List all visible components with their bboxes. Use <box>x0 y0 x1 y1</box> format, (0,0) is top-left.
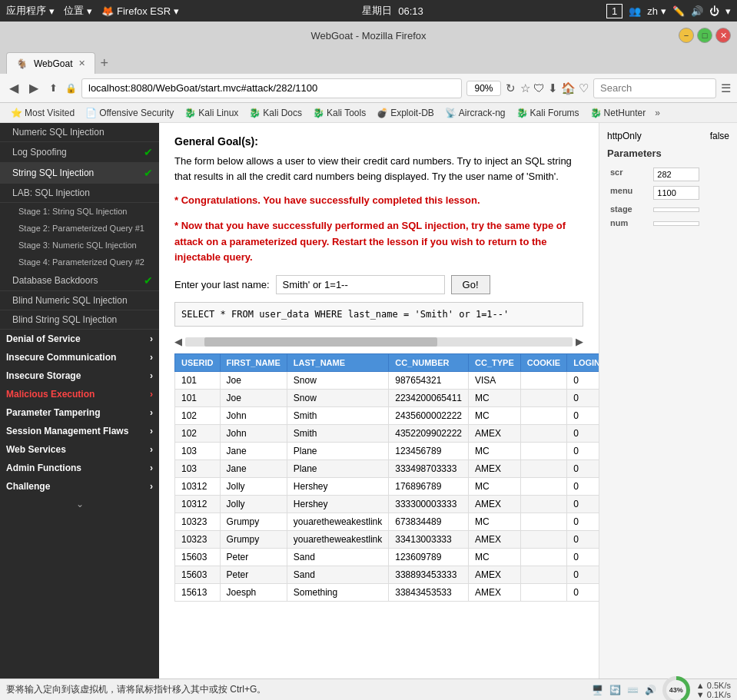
sidebar-sub-stage4[interactable]: Stage 4: Parameterized Query #2 <box>0 254 159 270</box>
taskbar: 应用程序 ▾ 位置 ▾ 🦊 Firefox ESR ▾ 星期日 06:13 1 … <box>0 0 737 22</box>
bookmark-kali-tools[interactable]: 🐉 Kali Tools <box>308 106 370 120</box>
sidebar-item-string-sql[interactable]: String SQL Injection ✔ <box>0 163 159 184</box>
sidebar-item-numeric-sql[interactable]: Numeric SQL Injection <box>0 123 159 142</box>
content-area: General Goal(s): The form below allows a… <box>159 123 599 678</box>
sidebar-item-db-backdoors[interactable]: Database Backdoors ✔ <box>0 270 159 291</box>
chevron-right-icon: › <box>150 333 153 344</box>
progress-circle: 43% <box>662 676 690 701</box>
speed-down: ▼ 0.1K/s <box>696 690 731 699</box>
sidebar-scroll-down[interactable]: ⌄ <box>0 496 159 513</box>
bookmark-nethunter[interactable]: 🐉 NetHunter <box>586 106 651 120</box>
col-cc-number: CC_NUMBER <box>389 354 469 372</box>
main-layout: Numeric SQL Injection Log Spoofing ✔ Str… <box>0 123 737 678</box>
refresh-button[interactable]: ↻ <box>506 81 516 95</box>
sidebar-sub-stage1[interactable]: Stage 1: String SQL Injection <box>0 203 159 220</box>
input-label: Enter your last name: <box>174 279 270 290</box>
section-label: Denial of Service <box>6 333 81 344</box>
tab-close-button[interactable]: ✕ <box>78 58 85 68</box>
home-nav-button[interactable]: 🏠 <box>561 81 576 95</box>
bookmark-kali-linux[interactable]: 🐉 Kali Linux <box>180 106 243 120</box>
browser-label: Firefox ESR <box>117 5 171 17</box>
time-label: 06:13 <box>398 5 423 17</box>
day-label: 星期日 <box>362 4 392 18</box>
sidebar-item-blind-string[interactable]: Blind String SQL Injection <box>0 310 159 330</box>
taskbar-center: 星期日 06:13 <box>362 4 423 18</box>
sidebar-section-insecure-comm[interactable]: Insecure Communication › <box>0 348 159 367</box>
bookmarks-more[interactable]: » <box>652 106 663 120</box>
param-row: scr282 <box>607 165 729 184</box>
power-arrow: ▾ <box>725 5 731 17</box>
scroll-right-icon[interactable]: ▶ <box>576 336 583 347</box>
apps-arrow: ▾ <box>49 5 55 17</box>
home-button[interactable]: ⬆ <box>46 81 61 95</box>
places-label: 位置 <box>64 4 84 18</box>
menu-button[interactable]: ☰ <box>721 81 731 95</box>
sidebar-item-log-spoofing[interactable]: Log Spoofing ✔ <box>0 142 159 163</box>
speed-info: ▲ 0.5K/s ▼ 0.1K/s <box>696 681 731 699</box>
bookmark-star-button[interactable]: ☆ <box>520 81 530 95</box>
search-input[interactable] <box>593 78 716 98</box>
table-row: 103JanePlane333498703333AMEX0 <box>175 460 599 478</box>
table-row: 102JohnSmith2435600002222MC0 <box>175 407 599 425</box>
lang-btn[interactable]: zh ▾ <box>647 5 666 17</box>
tab-webgoat[interactable]: 🐐 WebGoat ✕ <box>6 52 95 74</box>
browser-arrow: ▾ <box>174 5 179 17</box>
apps-menu[interactable]: 应用程序 ▾ <box>6 4 55 18</box>
last-name-input[interactable] <box>276 275 445 294</box>
network-icon2: 🔄 <box>609 685 621 695</box>
maximize-button[interactable]: □ <box>697 28 712 43</box>
section-label: Malicious Execution <box>6 389 95 400</box>
url-input[interactable] <box>81 78 462 98</box>
browser-title: WebGoat - Mozilla Firefox <box>310 30 426 41</box>
scroll-container: ◀ ▶ <box>174 336 583 347</box>
sidebar-section-challenge[interactable]: Challenge › <box>0 477 159 496</box>
httponly-value: false <box>710 131 729 141</box>
scroll-track <box>185 337 573 347</box>
chevron-right-icon: › <box>150 463 153 473</box>
bookmark-aircrack[interactable]: 📡 Aircrack-ng <box>440 106 510 120</box>
section-label: Admin Functions <box>6 463 81 473</box>
bookmark-kali-docs[interactable]: 🐉 Kali Docs <box>244 106 307 120</box>
close-button[interactable]: ✕ <box>715 28 731 43</box>
places-menu[interactable]: 位置 ▾ <box>64 4 92 18</box>
go-button[interactable]: Go! <box>451 275 490 294</box>
sidebar-section-malicious[interactable]: Malicious Execution › <box>0 385 159 403</box>
chevron-right-icon: › <box>150 370 153 381</box>
back-button[interactable]: ◀ <box>6 79 22 97</box>
volume-icon: 🔊 <box>691 5 703 17</box>
sidebar-sub-stage3[interactable]: Stage 3: Numeric SQL Injection <box>0 237 159 254</box>
bookmark-offensive-security[interactable]: 📄 Offensive Security <box>81 106 178 120</box>
forward-button[interactable]: ▶ <box>26 79 41 97</box>
sync-button[interactable]: ♡ <box>579 81 589 95</box>
sidebar-sub-stage2[interactable]: Stage 2: Parameterized Query #1 <box>0 220 159 237</box>
new-tab-button[interactable]: + <box>95 52 113 74</box>
sidebar-section-denial[interactable]: Denial of Service › <box>0 330 159 348</box>
sidebar-item-lab-sql[interactable]: LAB: SQL Injection <box>0 184 159 203</box>
sidebar-label: Database Backdoors <box>12 275 98 286</box>
sidebar-section-admin[interactable]: Admin Functions › <box>0 459 159 477</box>
bookmark-most-visited[interactable]: ⭐ Most Visited <box>6 106 79 120</box>
col-first-name: FIRST_NAME <box>220 354 287 372</box>
col-cc-type: CC_TYPE <box>469 354 521 372</box>
bookmark-kali-forums[interactable]: 🐉 Kali Forums <box>512 106 584 120</box>
chevron-right-icon: › <box>150 352 153 363</box>
sidebar-label: Log Spoofing <box>12 147 67 158</box>
sidebar-section-insecure-storage[interactable]: Insecure Storage › <box>0 367 159 385</box>
bookmark-exploit-db[interactable]: 💣 Exploit-DB <box>372 106 439 120</box>
sidebar-section-session-mgmt[interactable]: Session Management Flaws › <box>0 422 159 440</box>
download-button[interactable]: ⬇ <box>548 81 558 95</box>
addr-icons: ☆ 🛡 ⬇ 🏠 ♡ <box>520 81 589 95</box>
table-row: 10312JollyHershey176896789MC0 <box>175 478 599 496</box>
sidebar-section-web-services[interactable]: Web Services › <box>0 440 159 459</box>
sidebar-item-blind-numeric[interactable]: Blind Numeric SQL Injection <box>0 291 159 310</box>
sidebar-label: Blind String SQL Injection <box>12 314 117 325</box>
sidebar-section-param-tampering[interactable]: Parameter Tampering › <box>0 403 159 422</box>
sql-query-text: SELECT * FROM user_data WHERE last_name … <box>181 309 509 320</box>
power-icon: ⏻ <box>709 5 719 17</box>
browser-btn[interactable]: 🦊 Firefox ESR ▾ <box>101 5 179 17</box>
lock-icon: 🔒 <box>65 83 77 94</box>
users-icon: 👥 <box>629 5 641 17</box>
shield-button[interactable]: 🛡 <box>533 81 545 95</box>
scroll-left-icon[interactable]: ◀ <box>174 336 182 347</box>
minimize-button[interactable]: − <box>679 28 694 43</box>
